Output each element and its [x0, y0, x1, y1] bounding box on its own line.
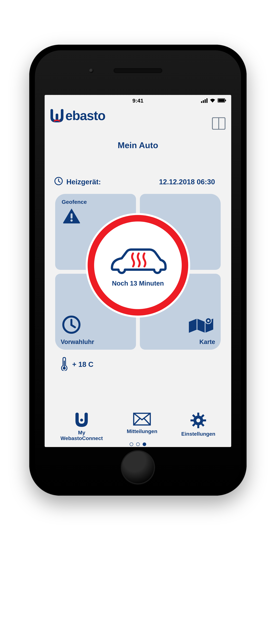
svg-rect-10	[64, 361, 65, 367]
status-bar: 9:41	[44, 95, 231, 106]
heater-label: Heizgerät:	[66, 178, 101, 186]
phone-speaker	[114, 68, 162, 73]
svg-point-5	[70, 219, 73, 222]
last-heater-row: Heizgerät: 12.12.2018 06:30	[54, 177, 222, 187]
temperature-row: + 18 C	[61, 356, 94, 372]
tile-map-label: Karte	[200, 338, 215, 346]
page-indicator	[130, 442, 146, 446]
status-right	[201, 95, 226, 106]
map-icon	[187, 315, 215, 335]
manual-icon[interactable]	[212, 117, 226, 130]
heater-main-button[interactable]: Noch 13 Minuten	[88, 215, 188, 316]
brand-logo: ebasto	[50, 108, 105, 123]
battery-icon	[218, 98, 226, 104]
signal-icon	[201, 98, 208, 103]
bottom-nav: My WebastoConnect Mitteilungen	[44, 412, 231, 441]
svg-point-11	[80, 418, 83, 422]
mail-icon	[133, 412, 151, 427]
nav-settings[interactable]: Einstellungen	[181, 412, 215, 441]
svg-point-8	[207, 320, 210, 322]
tile-timer-label: Vorwahluhr	[61, 338, 94, 346]
svg-rect-15	[197, 425, 199, 428]
svg-rect-2	[218, 99, 224, 102]
wifi-icon	[210, 98, 215, 104]
screen: 9:41	[44, 95, 231, 447]
page-dot-3[interactable]	[142, 442, 146, 446]
car-heat-icon	[107, 244, 169, 275]
page-dot-1[interactable]	[130, 442, 133, 446]
home-button[interactable]	[121, 450, 155, 484]
tile-geofence-label: Geofence	[62, 199, 87, 205]
page-title: Mein Auto	[44, 140, 231, 150]
phone-frame: 9:41	[29, 44, 247, 496]
svg-point-22	[196, 418, 200, 422]
svg-rect-16	[190, 420, 194, 422]
nav-messages[interactable]: Mitteilungen	[127, 412, 157, 441]
temperature-value: + 18 C	[72, 360, 94, 368]
thermometer-icon	[61, 356, 68, 372]
heater-value: 12.12.2018 06:30	[159, 178, 222, 186]
gear-icon	[190, 412, 206, 429]
nav-webasto-connect[interactable]: My WebastoConnect	[60, 412, 103, 441]
page-dot-2[interactable]	[136, 442, 140, 446]
clock-icon	[54, 177, 63, 187]
heater-status: Noch 13 Minuten	[112, 280, 164, 287]
svg-rect-14	[197, 412, 199, 416]
clock-icon	[62, 315, 81, 335]
svg-rect-4	[70, 213, 72, 218]
nav-connect-line1: My	[60, 430, 103, 436]
svg-rect-1	[225, 100, 226, 101]
nav-messages-label: Mitteilungen	[127, 428, 157, 434]
nav-connect-line2: WebastoConnect	[60, 436, 103, 441]
svg-rect-17	[203, 420, 206, 422]
app-header: ebasto	[44, 108, 231, 135]
nav-settings-label: Einstellungen	[181, 431, 215, 437]
alert-icon	[63, 208, 80, 224]
brand-text: ebasto	[66, 108, 105, 123]
status-time: 9:41	[132, 98, 144, 104]
front-camera	[89, 69, 94, 73]
webasto-connect-icon	[74, 412, 90, 428]
